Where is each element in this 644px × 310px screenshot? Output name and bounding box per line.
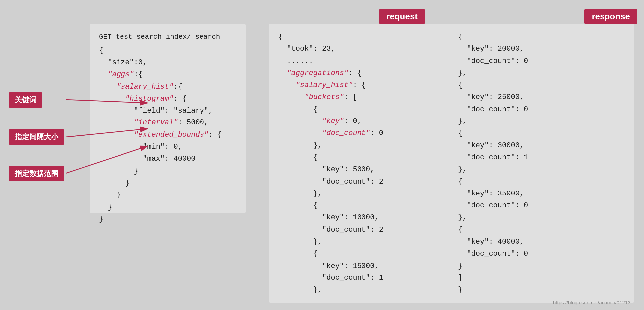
response-right-col: { "key": 20000, "doc_count": 0 }, { "key… bbox=[445, 31, 625, 295]
watermark: https://blog.csdn.net/adomio/01213... bbox=[553, 300, 635, 305]
label-guanjianzi: 关键词 bbox=[9, 92, 42, 108]
response-box: { "took": 23, ...... "aggregations": { "… bbox=[269, 24, 634, 303]
response-badge: response bbox=[584, 9, 637, 24]
request-box: GET test_search_index/_search { "size":0… bbox=[90, 24, 246, 213]
label-shuju: 指定数据范围 bbox=[9, 166, 64, 181]
page-container: request GET test_search_index/_search { … bbox=[0, 0, 644, 310]
response-left-col: { "took": 23, ...... "aggregations": { "… bbox=[278, 31, 445, 295]
request-badge: request bbox=[379, 9, 425, 24]
request-url: GET test_search_index/_search bbox=[99, 31, 236, 43]
label-jiange: 指定间隔大小 bbox=[9, 129, 64, 145]
